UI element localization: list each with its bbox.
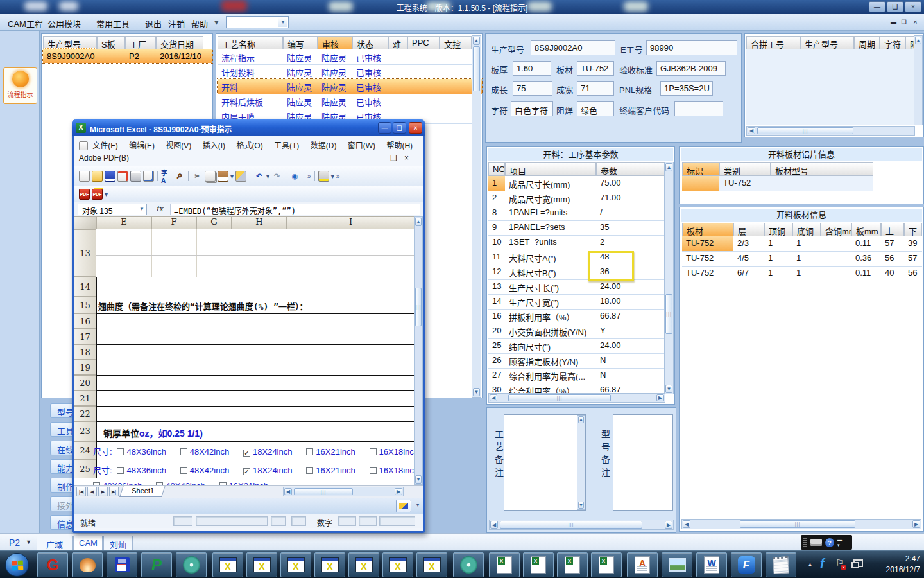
print-icon[interactable] [130, 171, 141, 182]
process-row[interactable]: 计划投料 陆应灵 陆应灵 已审核 [218, 64, 472, 79]
row-header[interactable]: 13 [74, 229, 96, 277]
param-row[interactable]: 27 综合利用率为最高(... N [488, 368, 665, 383]
param-row[interactable]: 8 1PANEL=?units / [488, 206, 665, 220]
scroll-thumb[interactable] [473, 46, 480, 91]
excel-menu-view[interactable]: 视图(V) [166, 141, 191, 150]
taskbar-item-g-app[interactable]: G [37, 552, 68, 577]
taskbar-item-excel3[interactable] [557, 552, 588, 577]
fill-color-icon[interactable] [318, 171, 329, 182]
tab-cam[interactable]: CAM [73, 536, 103, 550]
language-bar[interactable]: ? ▬▾ [801, 535, 852, 550]
size-option[interactable]: 48X42inch [180, 466, 229, 475]
taskbar-item-window5[interactable]: X [348, 552, 379, 577]
col-header-I[interactable]: I [287, 216, 415, 229]
row-header[interactable]: 23 [74, 421, 96, 441]
process-col-doc[interactable]: 文控 [440, 36, 472, 49]
taskbar-item-cd-tool[interactable] [176, 552, 207, 577]
toolbar-options-icon[interactable]: » [307, 173, 311, 180]
col-header-H[interactable]: H [232, 216, 287, 229]
process-col-writer[interactable]: 编写 [283, 36, 318, 49]
process-scrollbar[interactable]: ▲ ▼ [472, 35, 481, 398]
size-option[interactable]: 16X21inch [306, 447, 355, 457]
maximize-button[interactable]: ❑ [887, 1, 903, 12]
scroll-left-icon[interactable]: ◀ [683, 520, 690, 528]
param-row[interactable]: 13 生产尺寸长(”) 24.00 [488, 279, 665, 294]
langbar-grip[interactable] [803, 538, 807, 547]
params-hscrollbar[interactable]: ◀ ▶ [488, 393, 665, 403]
taskbar-item-shell[interactable] [72, 552, 103, 577]
close-button[interactable]: × [905, 1, 921, 12]
langbar-controls[interactable]: ▬▾ [837, 538, 842, 547]
scroll-thumb[interactable] [757, 127, 853, 134]
excel-menu-tools[interactable]: 工具(T) [274, 141, 299, 150]
taskbar-item-save-tool[interactable] [107, 552, 137, 577]
board-col[interactable]: 顶铜 [764, 223, 792, 236]
scroll-right-icon[interactable]: ▶ [665, 521, 672, 529]
param-row[interactable]: 14 生产尺寸宽(”) 18.00 [488, 294, 665, 309]
board-hscrollbar[interactable]: ◀ ▶ [681, 519, 921, 529]
excel-doc-close-icon[interactable]: × [404, 153, 409, 162]
row-header[interactable]: 19 [74, 360, 96, 375]
taskbar-item-window3[interactable]: X [280, 552, 311, 577]
hyperlink-icon[interactable]: ◉ [289, 171, 300, 182]
taskbar-item-window7[interactable]: X [416, 552, 447, 577]
menu-common-modules[interactable]: 公用模块 [45, 17, 83, 30]
minimize-button[interactable]: — [869, 1, 886, 12]
size-option[interactable]: 48X36inch [117, 466, 166, 475]
sheet-prev-icon[interactable]: ◀ [87, 487, 97, 496]
process-row[interactable]: 开料后烘板 陆应灵 陆应灵 已审核 [218, 94, 472, 109]
excel-doc-restore-icon[interactable]: ❑ [390, 153, 397, 162]
taskbar-item-word-doc[interactable]: W [696, 552, 727, 577]
scroll-right-icon[interactable]: ▶ [395, 488, 402, 495]
scroll-down-icon[interactable]: ▼ [665, 385, 672, 393]
process-col-ppc[interactable]: PPC [407, 36, 440, 49]
save-icon[interactable] [105, 171, 116, 182]
spelling-icon[interactable]: 字A [161, 171, 172, 182]
print-preview-icon[interactable] [143, 171, 154, 182]
excel-menu-data[interactable]: 数据(D) [311, 141, 337, 150]
param-row[interactable]: 26 顾客指定板材(Y/N) N [488, 353, 665, 368]
process-col-name[interactable]: 工艺名称 [218, 36, 283, 49]
menu-help-arrow-icon[interactable]: ▾ [212, 17, 221, 28]
process-remark-textarea[interactable] [504, 414, 586, 511]
taskbar-item-window1[interactable]: X [212, 552, 243, 577]
param-row[interactable]: 12 大料尺寸B(”) 36 [488, 265, 665, 279]
merge-col[interactable]: 合拼工号 [746, 36, 800, 49]
process-row[interactable]: 流程指示 陆应灵 陆应灵 已审核 [218, 49, 472, 64]
site-dropdown-icon[interactable]: ▼ [26, 539, 31, 545]
model-remark-textarea[interactable] [613, 414, 673, 511]
menu-help[interactable]: 帮助 [189, 17, 210, 30]
paste-icon[interactable] [218, 171, 228, 182]
row-header[interactable]: 16 [74, 313, 96, 329]
excel-menu-format[interactable]: 格式(O) [236, 141, 262, 150]
process-col-auditor[interactable]: 审核 [318, 36, 352, 49]
taskbar-item-excel1[interactable] [489, 552, 520, 577]
col-header-G[interactable]: G [196, 216, 232, 229]
pdf-email-icon[interactable]: PDF [92, 189, 103, 200]
scroll-left-icon[interactable]: ◀ [284, 488, 292, 495]
sheet-next-icon[interactable]: ▶ [98, 487, 108, 496]
board-col[interactable]: 含铜mm [821, 223, 851, 236]
taskbar-clock[interactable]: 2:47 2016/12/7 [886, 554, 920, 575]
excel-menu-help[interactable]: 帮助(H) [386, 141, 413, 150]
scroll-up-icon[interactable]: ▲ [473, 37, 480, 45]
order-col-factory[interactable]: 工厂 [125, 36, 156, 49]
size-option[interactable]: 16X21inch [306, 466, 355, 475]
order-col-model[interactable]: 生产型号 [43, 36, 97, 49]
tab-user[interactable]: 刘灿 [103, 536, 133, 550]
excel-doc-minimize-icon[interactable]: _ [381, 153, 386, 162]
copy-icon[interactable] [205, 171, 216, 182]
namebox-dropdown-icon[interactable]: ▼ [139, 206, 144, 212]
cut-icon[interactable]: ✂ [192, 171, 203, 182]
ime-help-icon[interactable]: ? [825, 538, 834, 547]
params-vscrollbar[interactable]: ▲ ▼ [664, 162, 674, 394]
alu-row[interactable]: TU-752 [682, 176, 873, 191]
param-col-no[interactable]: NO [488, 162, 505, 176]
scroll-right-icon[interactable]: ▶ [912, 520, 920, 528]
tray-expand-icon[interactable]: ▲ [807, 561, 813, 568]
order-row-selected[interactable]: 8S9J9002A0 P2 2016/12/10 [43, 49, 212, 63]
tray-flash-icon[interactable]: f [820, 556, 825, 571]
redo-icon[interactable]: ↷ [271, 171, 282, 182]
scroll-up-icon[interactable]: ▲ [915, 37, 921, 44]
scroll-down-icon[interactable]: ▼ [578, 502, 584, 509]
